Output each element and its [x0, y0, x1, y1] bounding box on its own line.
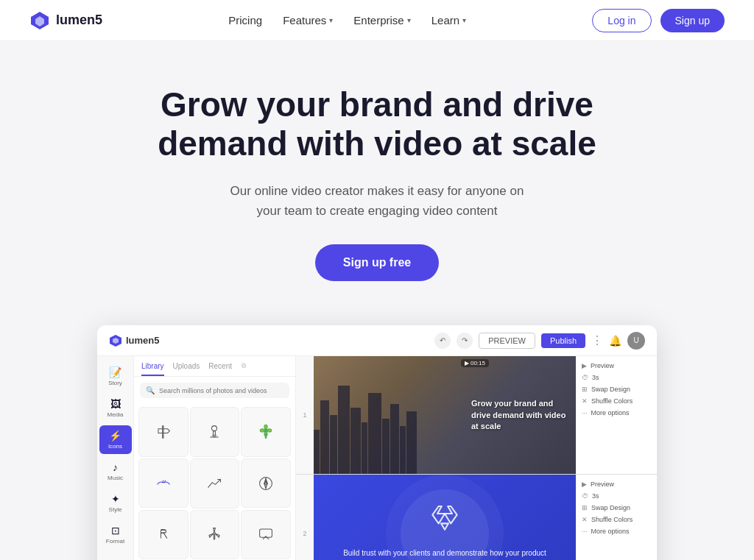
slide-opt-more[interactable]: ··· More options	[582, 409, 651, 417]
svg-point-8	[264, 425, 267, 429]
slide-1-number: 1	[296, 356, 314, 474]
music-icon: ♪	[113, 461, 118, 473]
transcript-icon: ≡	[112, 556, 118, 560]
slide-1-options: ▶ Preview ⏱ 3s ⊞ Swap Design ✕	[576, 356, 657, 474]
shuffle-icon-2: ✕	[582, 516, 588, 523]
slide-2-number: 2	[296, 475, 314, 560]
swap-icon: ⊞	[582, 386, 588, 393]
svg-rect-4	[162, 426, 163, 439]
svg-point-9	[267, 429, 272, 432]
hero-subtext: Our online video creator makes it easy f…	[230, 181, 524, 221]
sidebar-item-media[interactable]: 🖼 Media	[99, 394, 132, 422]
slide-2-opt-more[interactable]: ··· More options	[582, 528, 651, 535]
icon-cell-rupee[interactable]	[138, 510, 188, 560]
signup-nav-button[interactable]: Sign up	[660, 9, 725, 32]
nav-logo[interactable]: lumen5	[29, 10, 102, 31]
media-icon: 🖼	[110, 398, 121, 410]
svg-rect-6	[214, 431, 216, 436]
play-icon: ▶	[582, 362, 587, 369]
nav-item-features[interactable]: Features ▾	[283, 14, 333, 26]
user-avatar[interactable]: U	[627, 332, 645, 350]
timer-icon: ⏱	[582, 374, 588, 381]
format-icon: ⊡	[111, 525, 120, 536]
tab-library[interactable]: Library	[141, 362, 164, 376]
slide-2-preview[interactable]: Build trust with your clients and demons…	[314, 475, 576, 560]
timer-icon-2: ⏱	[582, 492, 588, 500]
slide-2-opt-preview[interactable]: ▶ Preview	[582, 481, 651, 488]
city-background: Grow your brand and drive demand with vi…	[314, 356, 576, 474]
redo-button[interactable]: ↷	[457, 333, 473, 349]
slide-2-opt-swap-design[interactable]: ⊞ Swap Design	[582, 504, 651, 511]
svg-point-7	[264, 429, 267, 432]
more-icon-2: ···	[582, 528, 588, 535]
blue-slide-background: Build trust with your clients and demons…	[314, 475, 576, 560]
navbar: lumen5 Pricing Features ▾ Enterprise ▾ L…	[0, 0, 754, 41]
preview-button[interactable]: PREVIEW	[479, 333, 535, 349]
svg-point-11	[260, 429, 264, 432]
icon-cell-microscope[interactable]	[190, 407, 240, 457]
sidebar-item-format[interactable]: ⊡ Format	[99, 520, 132, 549]
login-button[interactable]: Log in	[592, 9, 651, 32]
nav-item-pricing[interactable]: Pricing	[228, 14, 262, 26]
tab-settings-icon[interactable]: ⚙	[241, 362, 247, 376]
tab-recent[interactable]: Recent	[208, 362, 232, 376]
notification-icon[interactable]: 🔔	[609, 335, 621, 347]
icon-cell-chat[interactable]	[241, 510, 291, 560]
icon-cell-windmill[interactable]	[190, 510, 240, 560]
lumen5-logo-icon	[29, 10, 50, 31]
slide-opt-preview[interactable]: ▶ Preview	[582, 362, 651, 369]
style-icon: ✦	[111, 493, 120, 505]
icon-cell-chart[interactable]	[190, 458, 240, 508]
mockup-sidebar: 📝 Story 🖼 Media ⚡ Icons ♪ Music ✦ St	[97, 356, 134, 560]
media-panel: Library Uploads Recent ⚙ 🔍	[134, 356, 296, 560]
icons-icon: ⚡	[109, 430, 121, 442]
shuffle-icon: ✕	[582, 397, 588, 405]
more-options-icon[interactable]: ⋮	[591, 333, 603, 347]
nav-item-enterprise[interactable]: Enterprise ▾	[353, 14, 410, 26]
sidebar-item-icons[interactable]: ⚡ Icons	[99, 425, 132, 454]
slide-2-opt-shuffle-colors[interactable]: ✕ Shuffle Colors	[582, 516, 651, 523]
mockup-logo-icon	[109, 334, 122, 347]
search-icon: 🔍	[146, 386, 155, 394]
slide-2-opt-duration[interactable]: ⏱ 3s	[582, 492, 651, 500]
hero-cta-button[interactable]: Sign up free	[315, 244, 439, 281]
slide-timer: ▶ 00:15	[461, 359, 489, 367]
nav-item-learn[interactable]: Learn ▾	[431, 14, 466, 26]
slides-preview: 1	[296, 356, 657, 560]
nav-actions: Log in Sign up	[592, 9, 725, 32]
svg-marker-14	[264, 478, 267, 483]
icon-cell-compass[interactable]	[241, 458, 291, 508]
slide-1-text-overlay: Grow your brand and drive demand with vi…	[471, 398, 567, 432]
blue-circles-decoration	[401, 489, 489, 560]
nav-brand-name: lumen5	[56, 13, 102, 28]
sidebar-item-story[interactable]: 📝 Story	[99, 362, 132, 391]
slide-2-options: ▶ Preview ⏱ 3s ⊞ Swap Design ✕	[576, 475, 657, 560]
tab-uploads[interactable]: Uploads	[173, 362, 200, 376]
icon-cell-flower[interactable]	[241, 407, 291, 457]
icon-cell-signpost[interactable]	[138, 407, 188, 457]
more-icon: ···	[582, 409, 588, 417]
svg-rect-12	[265, 434, 266, 439]
publish-button[interactable]: Publish	[541, 333, 585, 348]
panel-tabs: Library Uploads Recent ⚙	[134, 356, 295, 377]
slide-2: 2	[296, 475, 657, 560]
sidebar-item-style[interactable]: ✦ Style	[99, 489, 132, 517]
slide-1-preview[interactable]: Grow your brand and drive demand with vi…	[314, 356, 576, 474]
sidebar-item-transcript[interactable]: ≡ Transcript	[99, 552, 132, 560]
svg-point-5	[212, 426, 217, 431]
hero-section: Grow your brand and drive demand with vi…	[0, 41, 754, 311]
slide-opt-swap-design[interactable]: ⊞ Swap Design	[582, 386, 651, 393]
slide-opt-duration[interactable]: ⏱ 3s	[582, 374, 651, 381]
slide-opt-shuffle-colors[interactable]: ✕ Shuffle Colors	[582, 397, 651, 405]
sidebar-item-music[interactable]: ♪ Music	[99, 457, 132, 486]
svg-marker-15	[264, 483, 267, 489]
slide-1: 1	[296, 356, 657, 475]
icon-cell-handshake[interactable]	[138, 458, 188, 508]
swap-icon-2: ⊞	[582, 504, 588, 511]
play-icon-2: ▶	[582, 481, 587, 488]
svg-rect-17	[214, 534, 215, 539]
undo-button[interactable]: ↶	[434, 333, 451, 349]
mockup-container: lumen5 ↶ ↷ PREVIEW Publish ⋮ 🔔 U 📝 Story	[97, 325, 657, 560]
search-input[interactable]	[159, 387, 283, 394]
features-chevron-icon: ▾	[329, 16, 333, 24]
